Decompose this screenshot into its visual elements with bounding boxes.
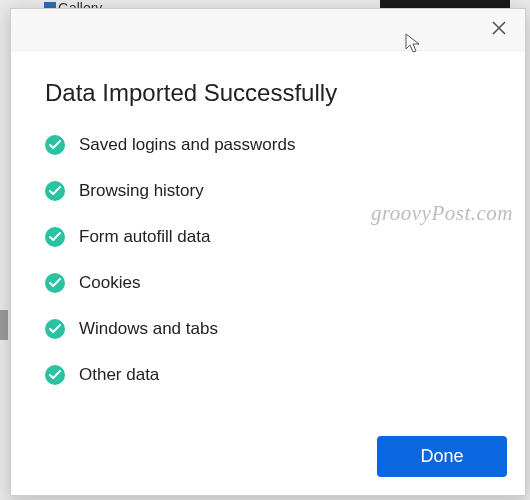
list-item: Cookies <box>45 273 491 293</box>
close-icon <box>492 19 506 40</box>
list-item: Windows and tabs <box>45 319 491 339</box>
check-icon <box>45 227 65 247</box>
list-item: Saved logins and passwords <box>45 135 491 155</box>
list-item: Form autofill data <box>45 227 491 247</box>
check-icon <box>45 365 65 385</box>
item-label: Other data <box>79 365 159 385</box>
import-success-dialog: Data Imported Successfully Saved logins … <box>10 8 526 496</box>
scrollbar-handle[interactable] <box>0 310 8 340</box>
list-item: Browsing history <box>45 181 491 201</box>
item-label: Form autofill data <box>79 227 210 247</box>
imported-items-list: Saved logins and passwords Browsing hist… <box>45 135 491 385</box>
mouse-cursor <box>405 33 423 59</box>
dialog-title: Data Imported Successfully <box>45 79 491 107</box>
close-button[interactable] <box>483 14 515 46</box>
check-icon <box>45 181 65 201</box>
check-icon <box>45 319 65 339</box>
check-icon <box>45 273 65 293</box>
dialog-footer: Done <box>11 424 525 495</box>
item-label: Browsing history <box>79 181 204 201</box>
list-item: Other data <box>45 365 491 385</box>
dialog-header <box>11 9 525 51</box>
item-label: Windows and tabs <box>79 319 218 339</box>
item-label: Saved logins and passwords <box>79 135 295 155</box>
background-dark-strip <box>380 0 510 8</box>
check-icon <box>45 135 65 155</box>
item-label: Cookies <box>79 273 140 293</box>
watermark: groovyPost.com <box>371 201 513 226</box>
dialog-body: Data Imported Successfully Saved logins … <box>11 51 525 424</box>
done-button[interactable]: Done <box>377 436 507 477</box>
